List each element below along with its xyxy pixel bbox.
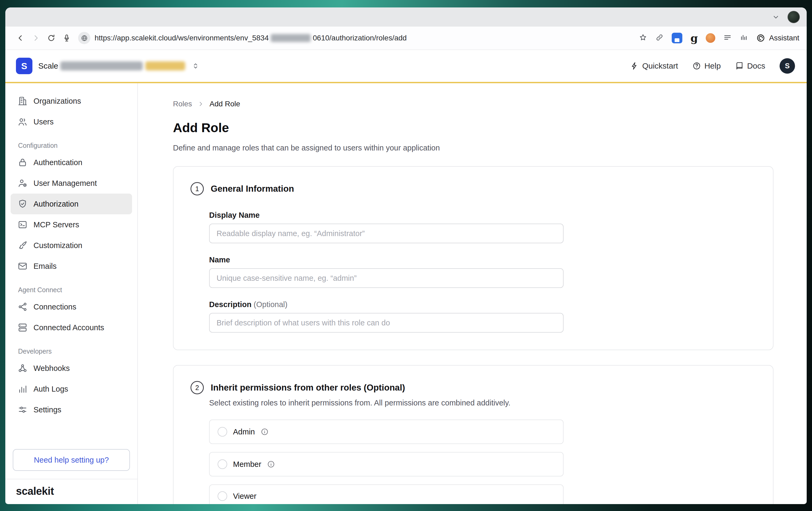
quickstart-label: Quickstart — [642, 61, 678, 71]
sidebar-footer: scalekit — [5, 479, 137, 504]
url-text[interactable]: https://app.scalekit.cloud/ws/environmen… — [95, 34, 407, 42]
assistant-button[interactable]: Assistant — [756, 33, 799, 43]
webhook-icon — [18, 363, 28, 373]
inherit-permissions-heading: Inherit permissions from other roles (Op… — [211, 383, 405, 393]
sidebar-item-label: Connections — [33, 302, 76, 311]
quickstart-button[interactable]: Quickstart — [630, 61, 678, 71]
app-header: S Scale Quickstart Help — [5, 50, 807, 83]
admin-radio[interactable] — [218, 427, 227, 436]
description-field-group: Description (Optional) — [209, 300, 563, 332]
reload-icon[interactable] — [44, 30, 59, 46]
url-prefix: https://app.scalekit.cloud/ws/environmen… — [95, 34, 269, 42]
sidebar-item-auth-logs[interactable]: Auth Logs — [11, 379, 132, 399]
page-title: Add Role — [173, 120, 807, 135]
description-input[interactable] — [209, 313, 563, 332]
sidebar-nav: Organizations Users Configuration Authen… — [5, 91, 137, 449]
scalekit-wordmark: scalekit — [16, 485, 54, 497]
sidebar-item-connections[interactable]: Connections — [11, 296, 132, 317]
mic-icon[interactable] — [59, 30, 75, 46]
building-icon — [18, 96, 28, 106]
inherit-permissions-subheading: Select existing roles to inherit permiss… — [209, 399, 756, 407]
name-field-group: Name — [209, 255, 563, 288]
description-label: Description (Optional) — [209, 300, 563, 309]
extension-blue-icon[interactable] — [672, 33, 682, 43]
breadcrumb: Roles Add Role — [173, 100, 807, 108]
general-information-heading: General Information — [211, 184, 294, 194]
grammarly-icon[interactable]: g — [690, 33, 698, 43]
role-option-member[interactable]: Member — [209, 452, 563, 477]
equalizer-icon[interactable] — [740, 33, 748, 43]
forward-icon[interactable] — [28, 30, 44, 46]
app-body: Organizations Users Configuration Authen… — [5, 83, 807, 504]
description-optional-text: (Optional) — [254, 300, 288, 309]
browser-toolbar: https://app.scalekit.cloud/ws/environmen… — [5, 27, 807, 50]
user-avatar[interactable]: S — [780, 58, 795, 74]
chevron-down-icon[interactable] — [772, 13, 780, 21]
lightning-icon — [630, 62, 639, 70]
sliders-icon — [18, 405, 28, 415]
role-option-viewer[interactable]: Viewer inbox:read emails:read — [209, 484, 563, 504]
name-input[interactable] — [209, 268, 563, 288]
copy-link-icon[interactable] — [655, 33, 664, 43]
docs-label: Docs — [747, 61, 765, 71]
admin-label: Admin — [233, 428, 255, 436]
sidebar-item-connected-accounts[interactable]: Connected Accounts — [11, 317, 132, 338]
workspace-switcher-icon[interactable] — [192, 62, 200, 70]
sidebar-item-authorization[interactable]: Authorization — [11, 193, 132, 214]
reading-list-icon[interactable] — [723, 33, 732, 43]
sidebar-item-mcp-servers[interactable]: MCP Servers — [11, 214, 132, 235]
workspace-logo[interactable]: S — [16, 58, 32, 74]
sidebar-item-label: Webhooks — [33, 364, 70, 373]
display-name-input[interactable] — [209, 223, 563, 243]
help-button[interactable]: Help — [692, 61, 721, 71]
sidebar-item-label: Emails — [33, 262, 57, 271]
back-icon[interactable] — [13, 30, 28, 46]
breadcrumb-add-role: Add Role — [210, 100, 240, 108]
docs-button[interactable]: Docs — [735, 61, 765, 71]
name-label: Name — [209, 255, 563, 264]
shield-check-icon — [18, 199, 28, 209]
bookmark-star-icon[interactable] — [639, 33, 647, 43]
sidebar-item-webhooks[interactable]: Webhooks — [11, 358, 132, 379]
need-help-button[interactable]: Need help setting up? — [13, 449, 130, 471]
globe-icon — [78, 32, 90, 44]
step-2-badge: 2 — [191, 381, 204, 394]
sidebar-item-label: Authentication — [33, 158, 82, 167]
sidebar-item-label: Settings — [33, 405, 61, 414]
sidebar-item-organizations[interactable]: Organizations — [11, 91, 132, 111]
brush-icon — [18, 240, 28, 250]
sidebar: Organizations Users Configuration Authen… — [5, 83, 138, 504]
share-nodes-icon — [18, 302, 28, 312]
sidebar-item-label: Organizations — [33, 97, 81, 106]
inherit-permissions-card: 2 Inherit permissions from other roles (… — [173, 365, 774, 504]
viewer-radio[interactable] — [218, 491, 227, 501]
url-suffix: 0610/authorization/roles/add — [313, 34, 407, 42]
help-circle-icon — [692, 62, 701, 70]
terminal-box-icon — [18, 220, 28, 230]
general-information-card: 1 General Information Display Name Name — [173, 166, 774, 350]
extension-orange-icon[interactable] — [706, 33, 715, 43]
sidebar-section-configuration: Configuration — [18, 142, 137, 150]
users-icon — [18, 117, 28, 127]
docs-book-icon — [735, 62, 744, 70]
sidebar-item-user-management[interactable]: User Management — [11, 173, 132, 193]
sidebar-item-customization[interactable]: Customization — [11, 235, 132, 256]
lock-icon — [18, 157, 28, 167]
sidebar-item-users[interactable]: Users — [11, 111, 132, 132]
browser-profile-avatar[interactable] — [788, 11, 800, 23]
assistant-label: Assistant — [769, 34, 799, 42]
sidebar-item-label: Connected Accounts — [33, 323, 104, 332]
sidebar-section-developers: Developers — [18, 348, 137, 355]
breadcrumb-roles[interactable]: Roles — [173, 100, 192, 108]
sidebar-item-emails[interactable]: Emails — [11, 256, 132, 276]
role-option-admin[interactable]: Admin — [209, 420, 563, 444]
sidebar-item-authentication[interactable]: Authentication — [11, 152, 132, 173]
sidebar-item-settings[interactable]: Settings — [11, 399, 132, 420]
help-label: Help — [704, 61, 721, 71]
user-gear-icon — [18, 178, 28, 188]
sidebar-item-label: Authorization — [33, 200, 78, 209]
workspace-name[interactable]: Scale — [38, 61, 187, 71]
member-radio[interactable] — [218, 459, 227, 469]
address-bar[interactable]: https://app.scalekit.cloud/ws/environmen… — [78, 32, 633, 44]
step-1-badge: 1 — [191, 182, 204, 195]
